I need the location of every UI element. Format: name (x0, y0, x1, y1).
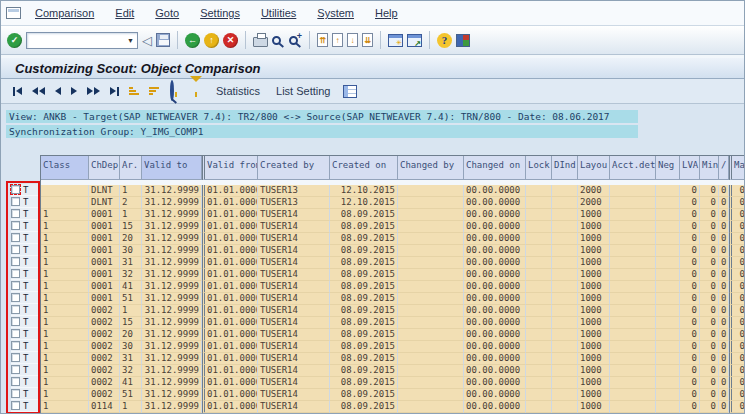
column-header-lock[interactable]: Lock (526, 156, 552, 180)
menu-item-system[interactable]: System (317, 7, 354, 19)
column-header-valid-to[interactable]: Valid to (142, 156, 202, 180)
row-checkbox[interactable] (11, 209, 20, 218)
row-checkbox[interactable] (11, 257, 20, 266)
save-icon[interactable] (156, 33, 170, 47)
cancel-icon[interactable]: ✕ (223, 33, 238, 48)
row-checkbox[interactable] (11, 389, 20, 398)
find-in-list-icon[interactable] (165, 82, 183, 100)
table-row[interactable]: 100013231.12.999901.01.0000TUSER1408.09.… (41, 269, 745, 281)
table-row[interactable]: 100024131.12.999901.01.0000TUSER1408.09.… (41, 377, 745, 389)
column-header-created-by[interactable]: Created by (258, 156, 330, 180)
row-checkbox[interactable] (11, 233, 20, 242)
filter-icon[interactable] (185, 82, 207, 100)
column-header-dind[interactable]: DInd (552, 156, 578, 180)
row-checkbox[interactable] (11, 353, 20, 362)
column-header-layou[interactable]: Layou (578, 156, 610, 180)
command-input[interactable] (27, 34, 124, 46)
column-header-lva[interactable]: LVA (680, 156, 700, 180)
table-row[interactable]: 10002131.12.999901.01.0000TUSER1408.09.2… (41, 305, 745, 317)
column-header-min[interactable]: Min (700, 156, 719, 180)
row-checkbox[interactable] (11, 329, 20, 338)
print-icon[interactable] (253, 37, 268, 47)
new-session-icon[interactable] (388, 34, 403, 47)
table-row[interactable]: 100015131.12.999901.01.0000TUSER1408.09.… (41, 293, 745, 305)
row-checkbox[interactable] (11, 281, 20, 290)
menu-item-help[interactable]: Help (375, 7, 398, 19)
help-icon[interactable]: ? (437, 33, 452, 48)
menu-item-edit[interactable]: Edit (115, 7, 134, 19)
column-header-ar-[interactable]: Ar. (120, 156, 142, 180)
sort-descending-icon[interactable] (145, 87, 163, 95)
row-checkbox[interactable] (11, 245, 20, 254)
menu-item-settings[interactable]: Settings (200, 7, 240, 19)
fast-forward-icon[interactable] (83, 87, 104, 95)
table-row[interactable]: 100013131.12.999901.01.0000TUSER1408.09.… (41, 257, 745, 269)
row-checkbox[interactable] (11, 185, 20, 194)
row-checkbox[interactable] (11, 305, 20, 314)
sort-ascending-icon[interactable] (125, 87, 143, 95)
exit-icon[interactable]: ↑ (204, 33, 219, 48)
back-icon[interactable]: ← (185, 33, 200, 48)
column-header--[interactable]: / (719, 156, 729, 180)
row-checkbox[interactable] (11, 365, 20, 374)
row-checkbox[interactable] (11, 377, 20, 386)
row-checkbox[interactable] (11, 317, 20, 326)
fast-back-icon[interactable] (28, 87, 49, 95)
menu-item-utilities[interactable]: Utilities (261, 7, 296, 19)
menu-item-goto[interactable]: Goto (155, 7, 179, 19)
find-next-icon[interactable] (289, 36, 298, 45)
table-row[interactable]: DLNT131.12.999901.01.0000TUSER1312.10.20… (41, 185, 745, 197)
table-row[interactable]: 100023031.12.999901.01.0000TUSER1408.09.… (41, 341, 745, 353)
system-menu-icon[interactable] (6, 7, 21, 19)
column-header-max[interactable]: Max (729, 156, 745, 180)
column-header-class[interactable]: Class (41, 156, 89, 180)
page-down-icon[interactable]: ↓ (347, 33, 358, 47)
table-row[interactable]: 100025131.12.999901.01.0000TUSER1408.09.… (41, 389, 745, 401)
column-header-created-on[interactable]: Created on (330, 156, 398, 180)
table-row[interactable]: 10001131.12.999901.01.0000TUSER1408.09.2… (41, 209, 745, 221)
table-cell (398, 197, 464, 209)
column-header-acct-det[interactable]: Acct.det (610, 156, 656, 180)
column-header-chdep[interactable]: ChDep (89, 156, 120, 180)
menu-item-comparison[interactable]: Comparison (35, 7, 94, 19)
table-row[interactable]: 100012031.12.999901.01.0000TUSER1408.09.… (41, 233, 745, 245)
back-chevron-icon[interactable]: ◁ (142, 34, 152, 47)
row-checkbox[interactable] (11, 401, 20, 410)
create-shortcut-icon[interactable] (407, 34, 422, 47)
enter-icon[interactable]: ✓ (7, 33, 22, 48)
row-checkbox[interactable] (11, 221, 20, 230)
statistics-button[interactable]: Statistics (209, 85, 267, 97)
row-checkbox[interactable] (11, 269, 20, 278)
row-checkbox[interactable] (11, 293, 20, 302)
row-checkbox[interactable] (11, 341, 20, 350)
table-row[interactable]: 100022031.12.999901.01.0000TUSER1408.09.… (41, 329, 745, 341)
table-row[interactable]: 100011531.12.999901.01.0000TUSER1408.09.… (41, 221, 745, 233)
last-page-icon[interactable]: ⇊ (362, 33, 373, 47)
table-cell: 01.01.0000 (202, 209, 258, 221)
next-record-icon[interactable] (67, 87, 81, 95)
list-setting-button[interactable]: List Setting (269, 85, 337, 97)
column-header-neg[interactable]: Neg (656, 156, 680, 180)
row-checkbox[interactable] (11, 197, 20, 206)
table-row[interactable]: DLNT231.12.999901.01.0000TUSER1312.10.20… (41, 197, 745, 209)
find-icon[interactable] (272, 36, 281, 45)
table-row[interactable]: 100023231.12.999901.01.0000TUSER1408.09.… (41, 365, 745, 377)
layout-grid-icon[interactable] (343, 85, 357, 98)
command-field[interactable]: ▼ (26, 32, 138, 49)
table-row[interactable]: 100023131.12.999901.01.0000TUSER1408.09.… (41, 353, 745, 365)
first-page-icon[interactable]: ⇈ (317, 33, 328, 47)
command-dropdown-icon[interactable]: ▼ (124, 37, 137, 44)
column-header-changed-by[interactable]: Changed by (398, 156, 464, 180)
table-row[interactable]: 100014131.12.999901.01.0000TUSER1408.09.… (41, 281, 745, 293)
table-row[interactable]: 100021531.12.999901.01.0000TUSER1408.09.… (41, 317, 745, 329)
table-row[interactable]: 10114131.12.999901.01.0000TUSER1408.09.2… (41, 401, 745, 413)
column-header-changed-on[interactable]: Changed on (464, 156, 526, 180)
previous-record-icon[interactable] (51, 87, 65, 95)
table-row[interactable]: 100013031.12.999901.01.0000TUSER1408.09.… (41, 245, 745, 257)
column-header-valid-from[interactable]: Valid from (202, 156, 258, 180)
table-cell: 1000 (578, 209, 610, 221)
customize-layout-icon[interactable] (456, 34, 470, 47)
first-record-icon[interactable] (9, 87, 26, 96)
last-record-icon[interactable] (106, 87, 123, 96)
page-up-icon[interactable]: ↑ (332, 33, 343, 47)
